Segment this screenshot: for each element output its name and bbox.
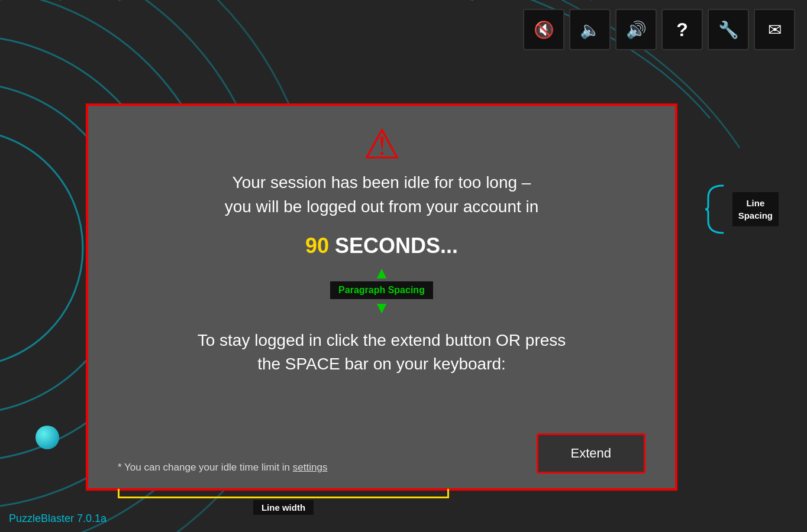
paragraph-spacing-arrow-up: ▲ xyxy=(373,265,390,280)
toolbar: 🔇 🔈 🔊 ? 🔧 ✉ xyxy=(523,9,795,50)
line-spacing-annotation: LineSpacing xyxy=(702,183,779,236)
stay-logged-in-message: To stay logged in click the extend butto… xyxy=(198,329,566,377)
line-spacing-label: LineSpacing xyxy=(732,192,779,226)
line-spacing-brace-icon xyxy=(702,183,729,236)
settings-button[interactable]: 🔧 xyxy=(708,9,749,50)
paragraph-spacing-arrow-down: ▼ xyxy=(373,300,390,315)
seconds-section: 90 SECONDS... ▲ Paragraph Spacing ▼ xyxy=(305,233,458,317)
wrench-icon: 🔧 xyxy=(718,20,739,40)
idle-message: Your session has been idle for too long … xyxy=(225,171,539,219)
settings-note: * You can change your idle time limit in… xyxy=(118,462,327,473)
line-width-bracket xyxy=(118,489,449,498)
email-icon: ✉ xyxy=(768,20,782,40)
line-width-label: Line width xyxy=(253,500,314,515)
mute-button[interactable]: 🔇 xyxy=(523,9,564,50)
settings-link[interactable]: settings xyxy=(293,462,328,473)
seconds-number: 90 xyxy=(305,233,329,258)
volume-low-icon: 🔈 xyxy=(580,20,601,40)
volume-low-button[interactable]: 🔈 xyxy=(569,9,611,50)
warning-icon: ⚠ xyxy=(363,124,401,165)
idle-timeout-modal: ⚠ Your session has been idle for too lon… xyxy=(86,103,677,491)
seconds-countdown: 90 SECONDS... xyxy=(305,233,458,258)
extend-button[interactable]: Extend xyxy=(537,433,646,473)
help-icon: ? xyxy=(676,19,688,41)
paragraph-spacing-label: Paragraph Spacing xyxy=(330,281,433,299)
settings-note-area: * You can change your idle time limit in… xyxy=(118,462,327,473)
line-width-annotation: Line width xyxy=(118,489,449,515)
help-button[interactable]: ? xyxy=(661,9,703,50)
volume-high-button[interactable]: 🔊 xyxy=(615,9,657,50)
email-button[interactable]: ✉ xyxy=(754,9,795,50)
mute-icon: 🔇 xyxy=(534,20,554,40)
version-text: PuzzleBlaster 7.0.1a xyxy=(9,512,106,525)
paragraph-spacing-annotation: ▲ Paragraph Spacing ▼ xyxy=(305,265,458,315)
cyan-ball-decoration xyxy=(35,426,59,449)
modal-bottom-area: * You can change your idle time limit in… xyxy=(118,424,645,473)
seconds-label: SECONDS... xyxy=(329,233,458,258)
volume-high-icon: 🔊 xyxy=(626,20,647,40)
